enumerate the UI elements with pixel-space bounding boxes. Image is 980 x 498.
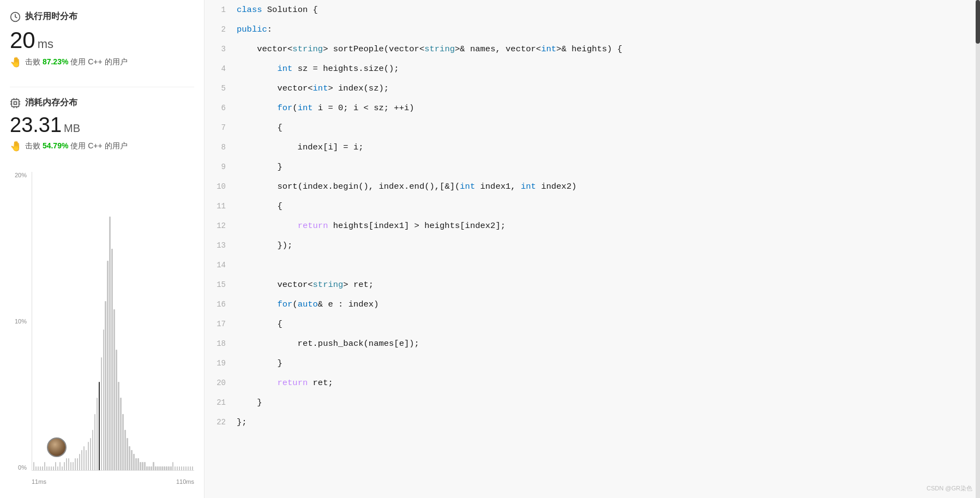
avatar-face [48, 438, 65, 457]
code-line-13: 13 }); [205, 236, 980, 255]
x-label-11ms: 11ms [32, 478, 46, 485]
bar-5 [44, 462, 45, 470]
code-line-4: 4 int sz = heights.size(); [205, 59, 980, 79]
code-line-17: 17 { [205, 314, 980, 334]
bar-68 [181, 466, 182, 470]
bar-25 [88, 442, 89, 470]
bar-23 [83, 446, 85, 470]
line-content-1: class Solution { [235, 0, 980, 20]
bar-16 [68, 458, 69, 470]
line-number-3: 3 [205, 39, 235, 59]
line-number-7: 7 [205, 118, 235, 137]
code-line-15: 15 vector<string> ret; [205, 275, 980, 295]
scrollbar-track[interactable] [976, 0, 980, 498]
bar-69 [183, 466, 184, 470]
bar-8 [51, 466, 52, 470]
line-content-8: index[i] = i; [235, 137, 980, 157]
bar-50 [142, 462, 143, 470]
bar-37 [113, 309, 115, 470]
code-line-9: 9 } [205, 157, 980, 177]
line-number-13: 13 [205, 236, 235, 255]
wave-icon: 🤚 [10, 56, 22, 68]
line-number-16: 16 [205, 295, 235, 314]
line-content-16: for(auto& e : index) [235, 295, 980, 314]
bar-32 [103, 329, 104, 470]
time-value: 20ms [10, 28, 194, 53]
bar-4 [42, 466, 43, 470]
bar-6 [46, 466, 47, 470]
left-panel: 执行用时分布 20ms 🤚 击败 87.23% 使用 C++ 的用户 [0, 0, 205, 498]
bar-14 [64, 462, 65, 470]
bar-55 [153, 462, 154, 470]
bar-36 [111, 249, 112, 470]
code-editor: 1class Solution {2public:3 vector<string… [205, 0, 980, 498]
memory-beat-text: 击败 54.79% 使用 C++ 的用户 [25, 141, 128, 151]
line-number-5: 5 [205, 79, 235, 98]
bar-10 [55, 462, 56, 470]
line-number-21: 21 [205, 393, 235, 412]
bar-1 [35, 466, 37, 470]
code-line-12: 12 return heights[index1] > heights[inde… [205, 216, 980, 236]
bar-30 [99, 382, 100, 470]
x-label-110ms: 110ms [176, 478, 194, 485]
wave-icon-2: 🤚 [10, 140, 22, 152]
bar-73 [192, 466, 193, 470]
bar-20 [77, 458, 78, 470]
bar-48 [137, 458, 139, 470]
code-line-10: 10 sort(index.begin(), index.end(),[&](i… [205, 177, 980, 196]
code-line-18: 18 ret.push_back(names[e]); [205, 334, 980, 353]
time-beat-text: 击败 87.23% 使用 C++ 的用户 [25, 57, 128, 67]
bar-38 [116, 350, 117, 470]
bar-35 [109, 217, 110, 470]
bar-17 [70, 462, 71, 470]
bar-13 [62, 466, 63, 470]
bar-19 [75, 458, 76, 470]
bar-45 [131, 450, 132, 470]
line-content-6: for(int i = 0; i < sz; ++i) [235, 98, 980, 118]
bar-39 [118, 382, 119, 470]
bar-54 [151, 466, 152, 470]
bar-0 [33, 462, 34, 470]
time-dist-section: 执行用时分布 [10, 11, 194, 22]
bar-65 [175, 466, 176, 470]
divider-1 [10, 87, 194, 87]
line-number-2: 2 [205, 20, 235, 39]
code-line-1: 1class Solution { [205, 0, 980, 20]
line-number-15: 15 [205, 275, 235, 295]
line-number-18: 18 [205, 334, 235, 353]
line-content-9: } [235, 157, 980, 177]
right-panel[interactable]: 1class Solution {2public:3 vector<string… [205, 0, 980, 498]
avatar [47, 437, 67, 457]
line-content-15: vector<string> ret; [235, 275, 980, 295]
code-line-7: 7 { [205, 118, 980, 137]
bar-40 [120, 398, 121, 470]
svg-rect-2 [14, 101, 17, 104]
svg-rect-1 [11, 99, 19, 106]
bar-12 [59, 462, 61, 470]
bar-71 [188, 466, 189, 470]
line-content-7: { [235, 118, 980, 137]
line-number-22: 22 [205, 412, 235, 432]
line-content-11: { [235, 196, 980, 216]
bar-59 [161, 466, 163, 470]
scrollbar-thumb[interactable] [976, 0, 980, 44]
bar-22 [81, 450, 82, 470]
clock-icon [10, 11, 21, 22]
bar-43 [127, 438, 128, 470]
bar-28 [94, 414, 95, 470]
line-content-21: } [235, 393, 980, 412]
bar-7 [49, 466, 50, 470]
line-number-11: 11 [205, 196, 235, 216]
line-content-3: vector<string> sortPeople(vector<string>… [235, 39, 980, 59]
bar-46 [133, 454, 134, 470]
line-number-6: 6 [205, 98, 235, 118]
code-line-22: 22}; [205, 412, 980, 432]
bar-11 [57, 466, 58, 470]
x-labels: 11ms 110ms [32, 476, 194, 487]
memory-value: 23.31MB [10, 114, 194, 137]
bar-63 [170, 466, 171, 470]
bar-9 [53, 466, 54, 470]
y-label-10: 10% [15, 318, 27, 325]
bar-33 [105, 301, 106, 470]
memory-dist-section: 消耗内存分布 [10, 97, 194, 109]
